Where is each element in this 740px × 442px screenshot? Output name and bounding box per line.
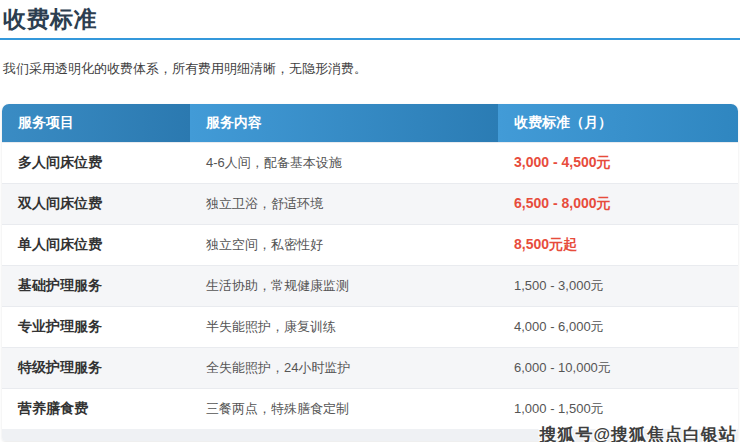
service-item-cell: 基础护理服务: [2, 277, 190, 295]
table-row: 单人间床位费 独立空间，私密性好 8,500元起: [2, 224, 738, 265]
service-content-cell: 独立卫浴，舒适环境: [190, 195, 498, 213]
service-content-cell: 三餐两点，特殊膳食定制: [190, 400, 498, 418]
service-item-cell: 营养膳食费: [2, 400, 190, 418]
price-cell: 1,500 - 3,000元: [498, 277, 738, 295]
service-item-cell: 特级护理服务: [2, 359, 190, 377]
table-row: 多人间床位费 4-6人间，配备基本设施 3,000 - 4,500元: [2, 142, 738, 183]
table-row: 特级护理服务 全失能照护，24小时监护 6,000 - 10,000元: [2, 347, 738, 388]
price-cell: 1,000 - 1,500元: [498, 400, 738, 418]
service-content-cell: 全失能照护，24小时监护: [190, 359, 498, 377]
service-item-cell: 专业护理服务: [2, 318, 190, 336]
page: 收费标准 我们采用透明化的收费体系，所有费用明细清晰，无隐形消费。 服务项目 服…: [0, 5, 740, 442]
price-cell: 8,500元起: [498, 236, 738, 254]
pricing-table: 服务项目 服务内容 收费标准（月） 多人间床位费 4-6人间，配备基本设施 3,…: [2, 104, 738, 441]
header-service-item: 服务项目: [2, 104, 190, 142]
title-divider: [0, 38, 740, 40]
header-service-content: 服务内容: [190, 104, 498, 142]
service-content-cell: 半失能照护，康复训练: [190, 318, 498, 336]
price-cell: 4,000 - 6,000元: [498, 318, 738, 336]
table-row: 双人间床位费 独立卫浴，舒适环境 6,500 - 8,000元: [2, 183, 738, 224]
table-row: 基础护理服务 生活协助，常规健康监测 1,500 - 3,000元: [2, 265, 738, 306]
service-content-cell: 生活协助，常规健康监测: [190, 277, 498, 295]
header-fee-standard: 收费标准（月）: [498, 104, 738, 142]
service-content-cell: 4-6人间，配备基本设施: [190, 154, 498, 172]
price-cell: 3,000 - 4,500元: [498, 154, 738, 172]
page-title: 收费标准: [3, 5, 740, 34]
service-content-cell: 独立空间，私密性好: [190, 236, 498, 254]
service-item-cell: 双人间床位费: [2, 195, 190, 213]
watermark: 搜狐号@搜狐焦点白银站: [539, 423, 737, 442]
intro-text: 我们采用透明化的收费体系，所有费用明细清晰，无隐形消费。: [3, 61, 740, 77]
price-cell: 6,500 - 8,000元: [498, 195, 738, 213]
service-item-cell: 单人间床位费: [2, 236, 190, 254]
table-header: 服务项目 服务内容 收费标准（月）: [2, 104, 738, 142]
price-cell: 6,000 - 10,000元: [498, 359, 738, 377]
service-item-cell: 多人间床位费: [2, 154, 190, 172]
table-row: 专业护理服务 半失能照护，康复训练 4,000 - 6,000元: [2, 306, 738, 347]
